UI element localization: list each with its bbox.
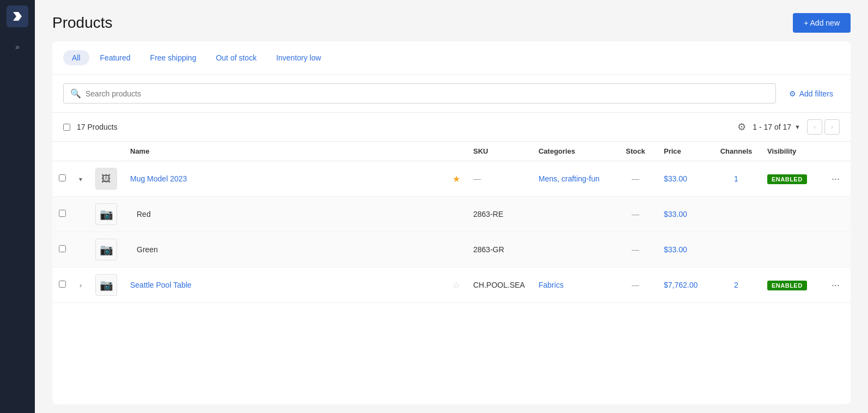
filter-tab-out-of-stock[interactable]: Out of stock <box>207 50 265 65</box>
sku-cell: 2863-GR <box>467 232 532 268</box>
product-name-cell: Mug Model 2023 <box>124 161 446 197</box>
row-more-button[interactable]: ··· <box>827 171 844 187</box>
row-collapse-icon[interactable]: ▾ <box>79 175 82 183</box>
col-stock: Stock <box>614 142 657 161</box>
col-visibility: Visibility <box>761 142 821 161</box>
category-link[interactable]: Mens, crafting-fun <box>539 174 600 183</box>
products-table-container: Name SKU Categories Stock Price Channels… <box>52 142 851 404</box>
stock-cell: — <box>614 197 657 232</box>
star-cell: ★ <box>446 161 467 197</box>
product-count: 17 Products <box>77 123 118 131</box>
actions-cell <box>821 232 851 268</box>
sku-cell: CH.POOL.SEA <box>467 268 532 303</box>
stock-value: — <box>632 245 639 254</box>
row-expand-cell <box>72 197 89 232</box>
channels-cell: 1 <box>712 161 761 197</box>
page-title: Products <box>52 14 113 32</box>
product-thumbnail: 📷 <box>95 239 117 260</box>
featured-star-icon[interactable]: ★ <box>453 174 460 184</box>
row-checkbox-red[interactable] <box>59 210 66 217</box>
column-settings-button[interactable]: ⚙ <box>737 121 746 133</box>
pagination-dropdown-icon[interactable]: ▼ <box>794 124 800 130</box>
row-thumbnail-cell: 🖼 <box>89 161 124 197</box>
search-input[interactable] <box>85 89 769 98</box>
stock-cell: — <box>614 232 657 268</box>
row-checkbox-mug-model-2023[interactable] <box>59 174 66 181</box>
pagination-nav: ‹ › <box>807 119 840 135</box>
stock-value: — <box>632 210 639 218</box>
select-all-checkbox[interactable] <box>63 124 70 131</box>
categories-cell: Mens, crafting-fun <box>532 161 614 197</box>
col-star <box>446 142 467 161</box>
sidebar: » <box>0 0 35 413</box>
thumbnail-placeholder-icon: 📷 <box>100 208 113 221</box>
logo-icon <box>11 10 24 23</box>
row-checkbox-green[interactable] <box>59 245 66 252</box>
col-actions <box>821 142 851 161</box>
stock-value: — <box>632 281 639 289</box>
stock-cell: — <box>614 268 657 303</box>
add-new-button[interactable]: + Add new <box>793 13 851 33</box>
visibility-badge: ENABLED <box>767 174 807 184</box>
product-name-link[interactable]: Mug Model 2023 <box>130 174 187 183</box>
product-name-link[interactable]: Seattle Pool Table <box>130 281 192 289</box>
table-row: 📷 Green 2863-GR — <box>52 232 851 268</box>
row-expand-cell: › <box>72 268 89 303</box>
product-thumbnail: 📷 <box>95 274 117 296</box>
row-checkbox-cell <box>52 197 72 232</box>
row-checkbox-seattle-pool-table[interactable] <box>59 281 66 288</box>
product-name-cell: Red <box>124 197 446 232</box>
sku-cell: — <box>467 161 532 197</box>
category-link[interactable]: Fabrics <box>539 281 564 289</box>
search-bar: 🔍 ⚙ Add filters <box>52 75 851 113</box>
table-row: ▾ 🖼 Mug Model 2023 ★ <box>52 161 851 197</box>
filter-tab-all[interactable]: All <box>63 50 89 65</box>
actions-cell: ··· <box>821 161 851 197</box>
row-checkbox-cell <box>52 268 72 303</box>
featured-star-icon[interactable]: ☆ <box>453 281 460 290</box>
sidebar-expand-button[interactable]: » <box>11 38 24 56</box>
row-expand-icon[interactable]: › <box>80 282 82 289</box>
visibility-cell: ENABLED <box>761 268 821 303</box>
row-checkbox-cell <box>52 161 72 197</box>
col-sku: SKU <box>467 142 532 161</box>
actions-cell <box>821 197 851 232</box>
actions-cell: ··· <box>821 268 851 303</box>
row-checkbox-cell <box>52 232 72 268</box>
price-cell: $7,762.00 <box>657 268 712 303</box>
next-page-button[interactable]: › <box>824 119 840 135</box>
product-image: 🖼 <box>96 168 117 189</box>
stock-value: — <box>632 174 639 183</box>
prev-page-button[interactable]: ‹ <box>807 119 822 135</box>
filter-tabs: All Featured Free shipping Out of stock … <box>52 41 851 75</box>
table-row: 📷 Red 2863-RE — <box>52 197 851 232</box>
product-name: Green <box>137 245 158 254</box>
product-name: Red <box>137 210 151 218</box>
add-filters-button[interactable]: ⚙ Add filters <box>783 85 840 102</box>
col-expand <box>72 142 89 161</box>
thumbnail-placeholder-icon: 📷 <box>100 243 113 256</box>
channel-count[interactable]: 1 <box>734 174 738 183</box>
svg-marker-0 <box>13 12 22 21</box>
filter-tab-inventory-low[interactable]: Inventory low <box>267 50 329 65</box>
channels-cell: 2 <box>712 268 761 303</box>
sidebar-logo[interactable] <box>7 5 28 27</box>
row-more-button[interactable]: ··· <box>827 277 844 293</box>
filter-tab-free-shipping[interactable]: Free shipping <box>142 50 205 65</box>
row-thumbnail-cell: 📷 <box>89 232 124 268</box>
products-table: Name SKU Categories Stock Price Channels… <box>52 142 851 303</box>
price-cell: $33.00 <box>657 161 712 197</box>
channel-count[interactable]: 2 <box>734 281 738 289</box>
filter-tab-featured[interactable]: Featured <box>91 50 139 65</box>
filter-icon: ⚙ <box>789 89 796 98</box>
star-cell: ☆ <box>446 268 467 303</box>
col-channels: Channels <box>712 142 761 161</box>
thumbnail-placeholder-icon: 📷 <box>100 278 113 291</box>
sku-cell: 2863-RE <box>467 197 532 232</box>
visibility-badge: ENABLED <box>767 281 807 290</box>
price-cell: $33.00 <box>657 232 712 268</box>
categories-cell <box>532 197 614 232</box>
price-value: $33.00 <box>664 210 687 218</box>
page-header: Products + Add new <box>35 0 868 41</box>
star-cell <box>446 232 467 268</box>
